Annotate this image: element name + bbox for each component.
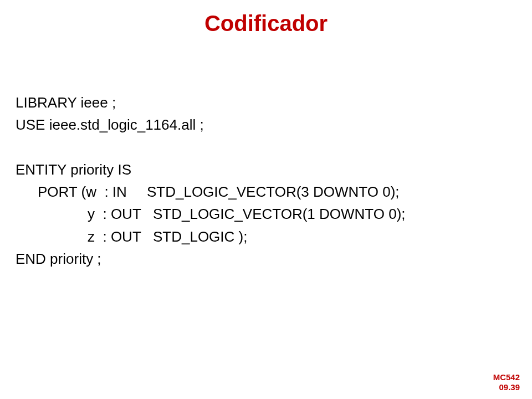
code-line: ENTITY priority IS bbox=[16, 158, 532, 181]
footer: MC542 09.39 bbox=[493, 372, 520, 392]
code-line: USE ieee.std_logic_1164.all ; bbox=[16, 114, 532, 136]
code-line: PORT (w : IN STD_LOGIC_VECTOR(3 DOWNTO 0… bbox=[16, 181, 532, 203]
code-line: y : OUT STD_LOGIC_VECTOR(1 DOWNTO 0); bbox=[16, 203, 532, 225]
code-line: z : OUT STD_LOGIC ); bbox=[16, 226, 532, 248]
code-line: END priority ; bbox=[16, 248, 532, 270]
slide-title: Codificador bbox=[0, 0, 532, 47]
footer-page: 09.39 bbox=[493, 382, 520, 392]
code-block: LIBRARY ieee ; USE ieee.std_logic_1164.a… bbox=[0, 47, 532, 270]
code-line: LIBRARY ieee ; bbox=[16, 91, 532, 114]
footer-course: MC542 bbox=[493, 372, 520, 382]
code-line bbox=[16, 136, 532, 158]
